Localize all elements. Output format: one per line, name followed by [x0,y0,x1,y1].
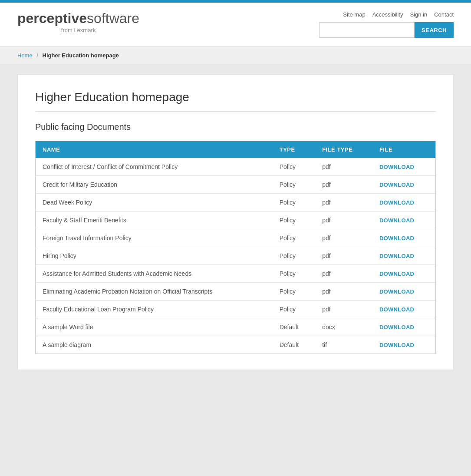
page-wrapper: perceptivesoftware from Lexmark Site map… [0,0,471,476]
download-link[interactable]: DOWNLOAD [379,324,414,331]
cell-file-type: pdf [315,212,372,229]
search-input[interactable] [319,22,415,38]
nav-accessibility[interactable]: Accessibility [372,11,403,18]
breadcrumb: Home / Higher Education homepage [0,47,471,64]
cell-download: DOWNLOAD [372,265,436,283]
cell-type: Policy [273,229,315,247]
cell-type: Policy [273,247,315,265]
header: perceptivesoftware from Lexmark Site map… [0,3,471,47]
download-link[interactable]: DOWNLOAD [379,182,414,188]
cell-file-type: pdf [315,301,372,318]
col-header-filetype: FILE TYPE [315,141,372,159]
cell-name: Faculty Educational Loan Program Policy [36,301,273,318]
download-link[interactable]: DOWNLOAD [379,164,414,170]
cell-name: Foreign Travel Information Policy [36,229,273,247]
table-row: Dead Week PolicyPolicypdfDOWNLOAD [36,194,436,212]
header-right: Site map Accessibility Sign in Contact S… [319,11,454,38]
main-content: Higher Education homepage Public facing … [17,74,454,370]
table-row: Credit for Military EducationPolicypdfDO… [36,176,436,194]
cell-type: Policy [273,194,315,212]
download-link[interactable]: DOWNLOAD [379,217,414,224]
cell-download: DOWNLOAD [372,318,436,336]
logo-light: software [87,10,139,26]
download-link[interactable]: DOWNLOAD [379,235,414,241]
col-header-name: NAME [36,141,273,159]
cell-name: Dead Week Policy [36,194,273,212]
table-row: Faculty Educational Loan Program PolicyP… [36,301,436,318]
table-header: NAME TYPE FILE TYPE FILE [36,141,436,159]
table-row: Hiring PolicyPolicypdfDOWNLOAD [36,247,436,265]
nav-sign-in[interactable]: Sign in [410,11,427,18]
cell-type: Policy [273,212,315,229]
cell-download: DOWNLOAD [372,301,436,318]
cell-file-type: pdf [315,194,372,212]
col-header-file: FILE [372,141,436,159]
download-link[interactable]: DOWNLOAD [379,253,414,259]
cell-download: DOWNLOAD [372,283,436,301]
cell-file-type: pdf [315,176,372,194]
table-header-row: NAME TYPE FILE TYPE FILE [36,141,436,159]
cell-download: DOWNLOAD [372,176,436,194]
cell-type: Policy [273,301,315,318]
logo-subtitle: from Lexmark [17,27,139,33]
logo-area: perceptivesoftware from Lexmark [17,11,139,33]
cell-name: Hiring Policy [36,247,273,265]
download-link[interactable]: DOWNLOAD [379,342,414,348]
cell-download: DOWNLOAD [372,336,436,354]
cell-download: DOWNLOAD [372,158,436,176]
cell-file-type: pdf [315,265,372,283]
cell-name: Eliminating Academic Probation Notation … [36,283,273,301]
search-button[interactable]: SEARCH [415,22,454,38]
cell-type: Policy [273,283,315,301]
download-link[interactable]: DOWNLOAD [379,199,414,206]
table-row: A sample diagramDefaulttifDOWNLOAD [36,336,436,354]
nav-site-map[interactable]: Site map [343,11,365,18]
top-nav: Site map Accessibility Sign in Contact [343,11,454,18]
breadcrumb-separator: / [36,52,38,59]
cell-name: A sample diagram [36,336,273,354]
cell-name: Credit for Military Education [36,176,273,194]
page-title: Higher Education homepage [35,90,436,112]
cell-name: Faculty & Staff Emeriti Benefits [36,212,273,229]
nav-contact[interactable]: Contact [434,11,454,18]
cell-download: DOWNLOAD [372,229,436,247]
download-link[interactable]: DOWNLOAD [379,288,414,295]
cell-type: Policy [273,176,315,194]
cell-type: Policy [273,265,315,283]
table-row: Foreign Travel Information PolicyPolicyp… [36,229,436,247]
cell-download: DOWNLOAD [372,194,436,212]
cell-name: A sample Word file [36,318,273,336]
download-link[interactable]: DOWNLOAD [379,271,414,277]
table-row: Eliminating Academic Probation Notation … [36,283,436,301]
breadcrumb-current: Higher Education homepage [43,52,119,59]
cell-file-type: docx [315,318,372,336]
cell-download: DOWNLOAD [372,212,436,229]
logo: perceptivesoftware [17,11,139,25]
search-area: SEARCH [319,22,454,38]
table-body: Conflict of Interest / Conflict of Commi… [36,158,436,354]
logo-bold: perceptive [17,10,87,26]
cell-download: DOWNLOAD [372,247,436,265]
cell-name: Assistance for Admitted Students with Ac… [36,265,273,283]
cell-type: Default [273,336,315,354]
section-title: Public facing Documents [35,122,436,132]
download-link[interactable]: DOWNLOAD [379,306,414,313]
table-row: A sample Word fileDefaultdocxDOWNLOAD [36,318,436,336]
cell-type: Default [273,318,315,336]
cell-file-type: pdf [315,283,372,301]
cell-file-type: pdf [315,229,372,247]
documents-table: NAME TYPE FILE TYPE FILE Conflict of Int… [35,141,436,354]
table-row: Faculty & Staff Emeriti BenefitsPolicypd… [36,212,436,229]
col-header-type: TYPE [273,141,315,159]
table-row: Conflict of Interest / Conflict of Commi… [36,158,436,176]
cell-file-type: pdf [315,247,372,265]
table-row: Assistance for Admitted Students with Ac… [36,265,436,283]
cell-file-type: tif [315,336,372,354]
cell-file-type: pdf [315,158,372,176]
cell-type: Policy [273,158,315,176]
breadcrumb-home[interactable]: Home [17,52,33,59]
cell-name: Conflict of Interest / Conflict of Commi… [36,158,273,176]
